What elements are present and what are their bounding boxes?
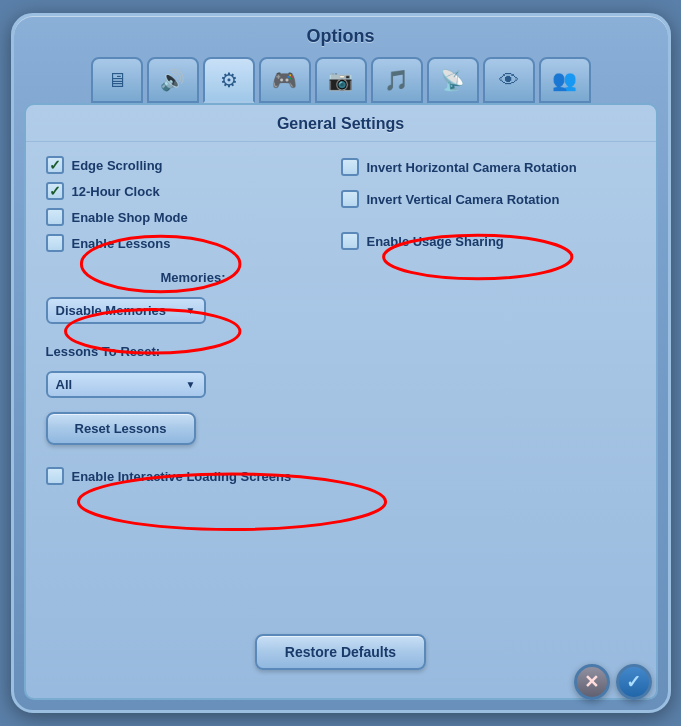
shop-mode-checkbox[interactable] bbox=[46, 208, 64, 226]
audio-icon: 🔊 bbox=[160, 68, 185, 92]
enable-lessons-checkbox[interactable] bbox=[46, 234, 64, 252]
lessons-dropdown-arrow: ▼ bbox=[186, 379, 196, 390]
tab-accessibility[interactable]: 👁 bbox=[483, 57, 535, 103]
settings-grid: Edge Scrolling 12-Hour Clock Enable Shop… bbox=[46, 156, 636, 485]
panel-content: Edge Scrolling 12-Hour Clock Enable Shop… bbox=[26, 142, 656, 698]
invert-horiz-checkbox[interactable] bbox=[341, 158, 359, 176]
interactive-loading-row: Enable Interactive Loading Screens bbox=[46, 467, 341, 485]
cancel-button[interactable]: ✕ bbox=[574, 664, 610, 700]
spacer bbox=[46, 485, 636, 626]
tab-account[interactable]: 👥 bbox=[539, 57, 591, 103]
invert-vert-checkbox[interactable] bbox=[341, 190, 359, 208]
tab-camera[interactable]: 📷 bbox=[315, 57, 367, 103]
account-icon: 👥 bbox=[552, 68, 577, 92]
tab-audio[interactable]: 🔊 bbox=[147, 57, 199, 103]
display-icon: 🖥 bbox=[107, 69, 127, 92]
interactive-loading-checkbox[interactable] bbox=[46, 467, 64, 485]
enable-lessons-row: Enable Lessons bbox=[46, 234, 341, 252]
enable-lessons-label: Enable Lessons bbox=[72, 236, 171, 251]
close-icon: ✕ bbox=[584, 671, 599, 693]
camera-icon: 📷 bbox=[328, 68, 353, 92]
12-hour-clock-label: 12-Hour Clock bbox=[72, 184, 160, 199]
memories-label: Memories: bbox=[46, 270, 341, 285]
music-icon: 🎵 bbox=[384, 68, 409, 92]
gear-icon: ⚙ bbox=[220, 68, 238, 92]
tab-gameplay[interactable]: 🎮 bbox=[259, 57, 311, 103]
shop-mode-row: Enable Shop Mode bbox=[46, 208, 341, 226]
restore-defaults-bar: Restore Defaults bbox=[46, 626, 636, 684]
restore-defaults-button[interactable]: Restore Defaults bbox=[255, 634, 426, 670]
invert-vert-row: Invert Vertical Camera Rotation bbox=[341, 190, 636, 208]
memories-dropdown-value: Disable Memories bbox=[56, 303, 167, 318]
window-title: Options bbox=[14, 16, 668, 53]
memories-dropdown[interactable]: Disable Memories ▼ bbox=[46, 297, 206, 324]
gameplay-icon: 🎮 bbox=[272, 68, 297, 92]
edge-scrolling-checkbox[interactable] bbox=[46, 156, 64, 174]
bottom-buttons: ✕ ✓ bbox=[574, 664, 652, 700]
right-column: Invert Horizontal Camera Rotation Invert… bbox=[341, 156, 636, 485]
confirm-button[interactable]: ✓ bbox=[616, 664, 652, 700]
usage-sharing-row: Enable Usage Sharing bbox=[341, 232, 636, 250]
tab-display[interactable]: 🖥 bbox=[91, 57, 143, 103]
tab-general[interactable]: ⚙ bbox=[203, 57, 255, 103]
network-icon: 📡 bbox=[440, 68, 465, 92]
main-panel: General Settings Edge Scrolling 12-Hour … bbox=[24, 103, 658, 700]
invert-horiz-row: Invert Horizontal Camera Rotation bbox=[341, 158, 636, 176]
lessons-dropdown-value: All bbox=[56, 377, 73, 392]
options-window: Options 🖥 🔊 ⚙ 🎮 📷 🎵 📡 👁 👥 G bbox=[11, 13, 671, 713]
usage-sharing-checkbox[interactable] bbox=[341, 232, 359, 250]
usage-sharing-label: Enable Usage Sharing bbox=[367, 234, 504, 249]
lessons-dropdown[interactable]: All ▼ bbox=[46, 371, 206, 398]
panel-title: General Settings bbox=[26, 105, 656, 142]
tab-network[interactable]: 📡 bbox=[427, 57, 479, 103]
12-hour-clock-row: 12-Hour Clock bbox=[46, 182, 341, 200]
interactive-loading-label: Enable Interactive Loading Screens bbox=[72, 469, 292, 484]
reset-lessons-button[interactable]: Reset Lessons bbox=[46, 412, 196, 445]
12-hour-clock-checkbox[interactable] bbox=[46, 182, 64, 200]
edge-scrolling-row: Edge Scrolling bbox=[46, 156, 341, 174]
accessibility-icon: 👁 bbox=[499, 69, 519, 92]
memories-dropdown-arrow: ▼ bbox=[186, 305, 196, 316]
lessons-reset-label: Lessons To Reset: bbox=[46, 344, 341, 359]
tab-bar: 🖥 🔊 ⚙ 🎮 📷 🎵 📡 👁 👥 bbox=[14, 53, 668, 103]
tab-music[interactable]: 🎵 bbox=[371, 57, 423, 103]
edge-scrolling-label: Edge Scrolling bbox=[72, 158, 163, 173]
invert-horiz-label: Invert Horizontal Camera Rotation bbox=[367, 160, 577, 175]
shop-mode-label: Enable Shop Mode bbox=[72, 210, 188, 225]
invert-vert-label: Invert Vertical Camera Rotation bbox=[367, 192, 560, 207]
left-column: Edge Scrolling 12-Hour Clock Enable Shop… bbox=[46, 156, 341, 485]
checkmark-icon: ✓ bbox=[626, 671, 641, 693]
